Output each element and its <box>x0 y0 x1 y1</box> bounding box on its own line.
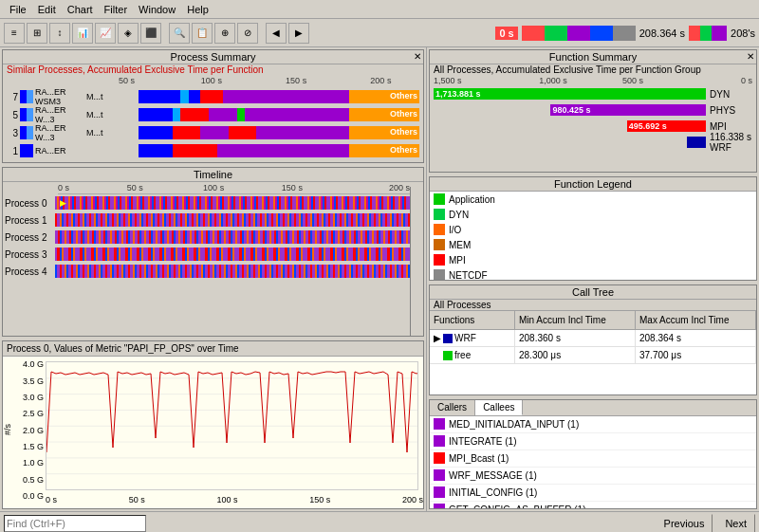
y-35g: 3.5 G <box>23 376 44 386</box>
callers-callees-panel: Callers Callees MED_INITIALDATA_INPUT (1… <box>429 399 757 510</box>
fs-scale-row: 1,500 s 1,000 s 500 s 0 s <box>430 76 756 85</box>
timeline-scrollbar[interactable] <box>410 187 423 336</box>
timeline-gradient-small <box>689 26 727 41</box>
legend-item-io: I/O <box>430 222 756 237</box>
proc-bar-3: Others <box>139 126 419 139</box>
callees-items: MED_INITIALDATA_INPUT (1) INTEGRATE (1) … <box>430 416 756 510</box>
process-row-5: 5 RA...ER W...3 M...t Others <box>7 106 419 123</box>
cc-label-4: INITIAL_CONFIG (1) <box>449 487 537 498</box>
tl-bar-2 <box>55 230 410 244</box>
cc-label-0: MED_INITIALDATA_INPUT (1) <box>449 419 579 430</box>
cc-item-0: MED_INITIALDATA_INPUT (1) <box>430 416 756 433</box>
proc-sublabel-7: M...t <box>86 92 139 101</box>
toolbar: ≡ ⊞ ↕ 📊 📈 ◈ ⬛ 🔍 📋 ⊕ ⊘ ◀ ▶ 0 s 208.364 s … <box>0 19 759 47</box>
cc-color-5 <box>434 504 445 509</box>
timeline-row-1: Process 1 <box>3 211 423 229</box>
next-button[interactable]: Next <box>716 514 755 533</box>
cc-item-2: MPI_Bcast (1) <box>430 450 756 468</box>
toolbar-btn-11[interactable]: ⊘ <box>237 23 258 44</box>
y-1g: 1.0 G <box>23 458 44 468</box>
func-label-dyn: DYN <box>710 89 752 100</box>
toolbar-btn-2[interactable]: ⊞ <box>27 23 47 44</box>
x-100s: 100 s <box>216 495 237 504</box>
timeline-gradient-bar <box>522 26 636 41</box>
toolbar-btn-1[interactable]: ≡ <box>4 23 25 44</box>
find-input[interactable] <box>4 515 146 532</box>
proc-bar-7: Others <box>139 90 419 103</box>
func-val-dyn: 1,713.881 s <box>435 89 481 99</box>
menu-edit[interactable]: Edit <box>32 3 62 16</box>
func-label-phys: PHYS <box>710 105 752 116</box>
proc-num-1: 1 <box>7 146 18 156</box>
ct-cell-wrf-name: ▶ WRF <box>430 330 515 346</box>
time-end: 208.364 s <box>639 28 685 39</box>
left-panel: Process Summary ✕ Similar Processes, Acc… <box>0 47 427 511</box>
func-row-phys: 980.425 s PHYS <box>434 102 752 118</box>
toolbar-btn-6[interactable]: ◈ <box>118 23 139 44</box>
tab-callees[interactable]: Callees <box>475 400 523 415</box>
legend-label-mem: MEM <box>449 240 471 250</box>
tab-callers[interactable]: Callers <box>430 400 475 415</box>
tl-bar-1 <box>55 213 410 227</box>
process-summary-close[interactable]: ✕ <box>414 51 421 62</box>
ct-row-free[interactable]: free 28.300 μs 37.700 μs <box>430 347 756 364</box>
function-summary-close[interactable]: ✕ <box>747 51 754 62</box>
proc-label-box-3 <box>20 126 33 139</box>
proc-others-3: Others <box>390 127 417 137</box>
toolbar-btn-5[interactable]: 📈 <box>95 23 116 44</box>
ct-col-min-header: Min Accum Incl Time <box>515 311 636 329</box>
ct-color-free <box>443 351 453 360</box>
toolbar-btn-13[interactable]: ▶ <box>288 23 309 44</box>
ps-scale-row: 50 s 100 s 150 s 200 s <box>84 76 423 85</box>
menu-file[interactable]: File <box>4 3 32 16</box>
proc-bar-1: Others <box>139 144 419 157</box>
tl-label-1: Process 1 <box>3 215 55 226</box>
cc-color-2 <box>434 452 445 464</box>
fs-scale-3: 500 s <box>593 76 673 85</box>
ct-cell-free-name: free <box>430 347 515 363</box>
proc-num-7: 7 <box>7 92 18 102</box>
func-bars: 1,713.881 s DYN 980.425 s PHYS <box>430 86 756 150</box>
toolbar-btn-12[interactable]: ◀ <box>266 23 287 44</box>
toolbar-btn-8[interactable]: 🔍 <box>169 23 190 44</box>
timeline-scale: 0 s 50 s 100 s 150 s 200 s <box>58 182 410 194</box>
y-25g: 2.5 G <box>23 409 44 418</box>
previous-button[interactable]: Previous <box>656 514 713 533</box>
toolbar-btn-7[interactable]: ⬛ <box>140 23 161 44</box>
func-bar-phys: 980.425 s <box>550 104 706 116</box>
cc-color-1 <box>434 435 445 447</box>
x-150s: 150 s <box>309 495 330 504</box>
process-summary-subtitle: Similar Processes, Accumulated Exclusive… <box>3 64 423 76</box>
function-summary-subtitle: All Processes, Accumulated Exclusive Tim… <box>430 64 756 76</box>
legend-item-dyn: DYN <box>430 207 756 222</box>
right-panel: Function Summary ✕ All Processes, Accumu… <box>427 47 759 511</box>
ps-scale-3: 150 s <box>254 76 339 85</box>
legend-label-application: Application <box>449 194 495 205</box>
cc-label-1: INTEGRATE (1) <box>449 436 516 447</box>
toolbar-btn-3[interactable]: ↕ <box>49 23 70 44</box>
tl-bar-0: ▶ <box>55 196 410 210</box>
legend-label-netcdf: NETCDF <box>449 270 488 281</box>
proc-label-7: RA...ER WSM3 <box>20 87 86 106</box>
cc-color-0 <box>434 418 445 430</box>
menu-window[interactable]: Window <box>133 3 181 16</box>
x-0s: 0 s <box>46 495 57 504</box>
proc-label-box-5 <box>20 108 33 121</box>
legend-label-io: I/O <box>449 225 461 235</box>
func-label-mpi: MPI <box>710 121 752 132</box>
call-tree-header: Functions Min Accum Incl Time Max Accum … <box>430 311 756 330</box>
menu-chart[interactable]: Chart <box>62 3 99 16</box>
toolbar-btn-10[interactable]: ⊕ <box>214 23 235 44</box>
ct-row-wrf[interactable]: ▶ WRF 208.360 s 208.364 s <box>430 330 756 347</box>
menu-help[interactable]: Help <box>181 3 214 16</box>
cc-label-2: MPI_Bcast (1) <box>449 453 509 464</box>
ps-scale-2: 100 s <box>169 76 253 85</box>
x-50s: 50 s <box>129 495 145 504</box>
legend-color-io <box>434 224 445 235</box>
toolbar-btn-4[interactable]: 📊 <box>72 23 93 44</box>
ct-cell-wrf-max: 208.364 s <box>636 330 756 346</box>
proc-others-1: Others <box>390 145 417 155</box>
toolbar-btn-9[interactable]: 📋 <box>192 23 213 44</box>
func-bar-phys-container: 980.425 s <box>434 104 706 116</box>
menu-filter[interactable]: Filter <box>99 3 133 16</box>
